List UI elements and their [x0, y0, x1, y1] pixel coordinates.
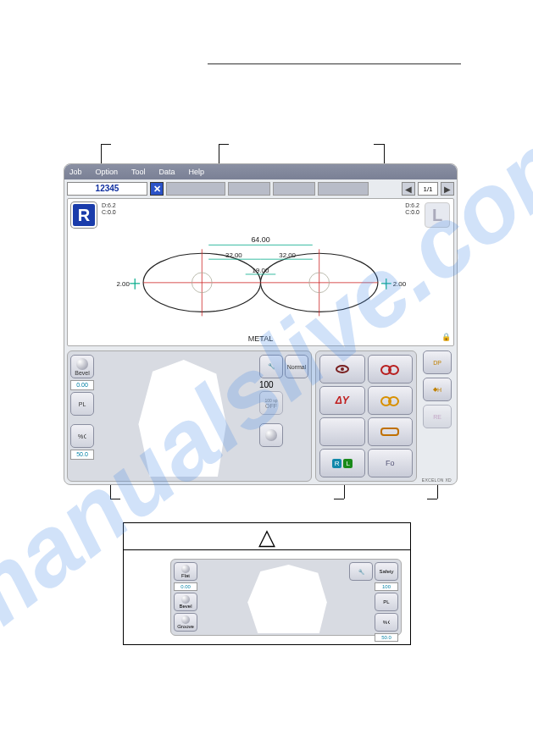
callout-line: [427, 499, 437, 499]
glasses-yellow-icon: [380, 396, 399, 405]
opt-rl-button[interactable]: R L: [319, 449, 365, 477]
dp-label: DP: [433, 360, 441, 366]
warning-icon: △: [258, 526, 275, 548]
speed-value[interactable]: 100: [259, 380, 274, 389]
flat-value[interactable]: 0.00: [174, 582, 197, 591]
dim-half-r: 32.00: [279, 251, 296, 259]
speed-value-mini[interactable]: 100: [375, 582, 398, 591]
drill-icon: 🔧: [268, 363, 275, 370]
opt-blank-button[interactable]: [319, 417, 365, 446]
pl-label: PL: [79, 401, 86, 407]
groove-label: Groove: [177, 624, 194, 629]
menu-option[interactable]: Option: [96, 168, 119, 176]
lens-diagram: 64.00 32.00 32.00 19.00 2.00 2.00: [68, 199, 453, 345]
empty-slot[interactable]: [166, 182, 225, 196]
empty-slot[interactable]: [273, 182, 315, 196]
callout-line: [374, 144, 384, 145]
dim-bridge: 19.00: [253, 267, 269, 274]
dim-total: 64.00: [251, 235, 269, 244]
normal-label: Normal: [287, 364, 307, 370]
opt-glasses-red-button[interactable]: [368, 355, 414, 384]
chevron-right-icon: ▶: [444, 185, 451, 194]
polish-icon: [265, 429, 277, 441]
bevel-label: Bevel: [179, 604, 192, 609]
pl-button-mini[interactable]: PL: [375, 593, 398, 611]
percent-button[interactable]: %⟮: [70, 424, 94, 448]
empty-slot[interactable]: [228, 182, 270, 196]
opt-goggle-button[interactable]: [368, 417, 414, 446]
callout-line: [219, 144, 229, 145]
caution-header: △: [124, 523, 410, 550]
percent-value[interactable]: 50.0: [70, 450, 94, 460]
dp-button[interactable]: DP: [423, 350, 452, 374]
callout-line: [110, 499, 120, 499]
caution-body: Flat 0.00 Bevel Groove 🔧 Safety 100: [124, 550, 410, 644]
h-button[interactable]: ◆ H: [423, 378, 452, 401]
opt-eye-button[interactable]: [319, 355, 365, 384]
bevel-value[interactable]: 0.00: [70, 380, 94, 390]
re-label: RE: [433, 414, 441, 420]
fo-label: Fo: [386, 459, 395, 467]
job-number-input[interactable]: 12345: [67, 182, 147, 196]
options-panel: ΔY R L Fo: [315, 350, 417, 482]
bevel-button[interactable]: Bevel: [70, 355, 94, 378]
brand-label: EXCELON XD: [422, 477, 452, 483]
caution-box: △ Flat 0.00 Bevel Groove: [123, 522, 411, 645]
side-panel: DP ◆ H RE: [420, 350, 454, 482]
safety-button[interactable]: Safety: [375, 562, 398, 581]
caution-left-controls: Flat 0.00 Bevel Groove: [174, 562, 197, 632]
re-button[interactable]: RE: [423, 405, 452, 428]
groove-icon: [181, 615, 190, 624]
pl-label: PL: [383, 599, 389, 604]
clear-job-button[interactable]: ✕: [150, 182, 164, 196]
percent-button-mini[interactable]: %⟮: [375, 613, 398, 632]
bevel-profile: [222, 565, 350, 633]
normal-button[interactable]: Normal: [285, 355, 308, 378]
bevel-icon: [181, 595, 190, 604]
opt-dy-button[interactable]: ΔY: [319, 386, 365, 415]
drill-icon: 🔧: [358, 569, 364, 575]
dim-half-l: 32.00: [225, 251, 242, 259]
percent-icon: %⟮: [78, 433, 86, 439]
delta-y-icon: ΔY: [336, 395, 349, 406]
dim-edge-r: 2.00: [393, 280, 407, 288]
close-icon: ✕: [153, 184, 161, 195]
lens-canvas: R L D:6.2 C:0.0 D:6.2 C:0.0: [67, 198, 454, 346]
menu-tool[interactable]: Tool: [131, 168, 146, 176]
dim-edge-l: 2.00: [116, 280, 130, 288]
opt-fo-button[interactable]: Fo: [368, 449, 414, 477]
percent-value-mini[interactable]: 50.0: [375, 633, 398, 642]
groove-button[interactable]: Groove: [174, 613, 197, 632]
flat-button[interactable]: Flat: [174, 562, 197, 581]
speed-off-button[interactable]: 100 sp OFF: [259, 391, 283, 415]
bevel-icon: [76, 358, 88, 370]
bevel-profile: [110, 360, 252, 477]
lower-section: Bevel 0.00 PL %⟮ 50.0 🔧 Normal 100: [67, 350, 454, 482]
eye-icon: [336, 365, 349, 373]
job-row: 12345 ✕ ◀ 1/1 ▶: [64, 179, 457, 198]
drill-button[interactable]: 🔧: [259, 355, 283, 378]
polish-button[interactable]: [259, 423, 283, 447]
chevron-left-icon: ◀: [405, 185, 412, 194]
goggle-icon: [380, 428, 399, 436]
page-prev-button[interactable]: ◀: [402, 182, 415, 196]
pl-button[interactable]: PL: [70, 392, 94, 416]
page-next-button[interactable]: ▶: [441, 182, 454, 196]
menu-job[interactable]: Job: [69, 168, 82, 176]
menu-help[interactable]: Help: [189, 168, 205, 176]
percent-icon: %⟮: [383, 620, 390, 625]
caution-right-controls: 🔧 Safety 100 PL %⟮ 50.0: [349, 562, 398, 642]
flat-icon: [181, 565, 190, 573]
drill-button-mini[interactable]: 🔧: [349, 562, 373, 581]
off-label: OFF: [265, 403, 277, 409]
bevel-left-controls: Bevel 0.00 PL %⟮ 50.0: [70, 355, 94, 460]
bevel-button-mini[interactable]: Bevel: [174, 593, 197, 611]
empty-slot[interactable]: [318, 182, 369, 196]
h-label: H: [437, 387, 441, 393]
page-indicator: 1/1: [418, 182, 438, 196]
lock-icon: 🔒: [441, 333, 450, 343]
bevel-right-controls: 🔧 Normal 100 100 sp OFF: [259, 355, 308, 447]
opt-glasses-yellow-button[interactable]: [368, 386, 414, 415]
glasses-red-icon: [380, 365, 399, 373]
menu-data[interactable]: Data: [159, 168, 175, 176]
